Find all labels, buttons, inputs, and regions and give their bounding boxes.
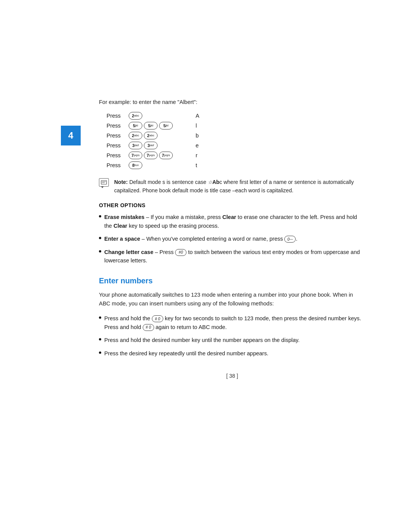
svg-rect-0 (101, 181, 107, 184)
bullet-num-2-text: Press and hold the desired number key un… (104, 336, 299, 344)
example-intro: For example: to enter the name "Albert": (99, 99, 365, 105)
keys-group-4: 3def 3def (129, 142, 190, 149)
numbers-list: Press and hold the # 0 key for two secon… (99, 314, 365, 358)
page-container: 4 For example: to enter the name "Albert… (0, 0, 411, 532)
bullet-space-text: Enter a space – When you've completed en… (104, 235, 298, 243)
press-row-3: Press 2abc 2abc b (107, 132, 365, 139)
bullet-dot-n1 (99, 316, 101, 319)
section-intro: Your phone automatically switches to 123… (99, 291, 365, 308)
bullet-dot-1 (99, 215, 101, 217)
key-3def-1: 3def (129, 142, 142, 149)
result-2: l (196, 123, 203, 129)
key-zero-inline: 0— (284, 236, 296, 243)
chapter-number: 4 (68, 130, 73, 141)
press-row-4: Press 3def 3def e (107, 142, 365, 149)
press-label-1: Press (107, 113, 126, 119)
key-7pqrs-1: 7pqrs (129, 152, 142, 159)
bullet-dot-2 (99, 237, 101, 239)
press-label-4: Press (107, 142, 126, 149)
key-2abc-2: 2abc (144, 132, 158, 139)
key-5jkl-2: 5jkl (144, 122, 158, 129)
bullet-num-2: Press and hold the desired number key un… (99, 336, 365, 344)
key-7pqrs-3: 7pqrs (159, 152, 173, 159)
key-3def-2: 3def (144, 142, 158, 149)
keys-group-6: 8tuv (129, 161, 190, 169)
bullet-erase: Erase mistakes – If you make a mistake, … (99, 213, 365, 230)
keys-group-2: 5jkl 5jkl 5jkl (129, 122, 190, 129)
bullet-space: Enter a space – When you've completed en… (99, 235, 365, 243)
key-7pqrs-2: 7pqrs (144, 152, 158, 159)
keys-group-1: 2abc (129, 112, 190, 120)
key-8tuv: 8tuv (129, 161, 142, 169)
key-2abc-1: 2abc (129, 132, 142, 139)
note-label: Note: (114, 179, 128, 185)
key-5jkl-1: 5jkl (129, 122, 142, 129)
press-label-2: Press (107, 123, 126, 129)
other-options-section: OTHER OPTIONS Erase mistakes – If you ma… (99, 202, 365, 265)
note-box: Note: Default mode s is sentence case ☆A… (99, 178, 365, 195)
press-label-5: Press (107, 152, 126, 158)
bullet-erase-text: Erase mistakes – If you make a mistake, … (104, 213, 365, 230)
keys-group-3: 2abc 2abc (129, 132, 190, 139)
keys-group-5: 7pqrs 7pqrs 7pqrs (129, 152, 190, 159)
bullet-num-3: Press the desired key repeatedly until t… (99, 349, 365, 358)
press-row-6: Press 8tuv t (107, 161, 365, 169)
note-text: Note: Default mode s is sentence case ☆A… (114, 178, 365, 195)
key-hash-0-2: # 0 (143, 324, 154, 331)
page-number: [ 38 ] (99, 373, 365, 379)
bullet-num-1: Press and hold the # 0 key for two secon… (99, 314, 365, 331)
bullet-num-3-text: Press the desired key repeatedly until t… (104, 349, 268, 358)
bullet-num-1-text: Press and hold the # 0 key for two secon… (104, 314, 365, 331)
key-5jkl-3: 5jkl (159, 122, 173, 129)
bullet-case-text: Change letter case – Press #0 to switch … (104, 248, 365, 265)
press-label-6: Press (107, 162, 126, 168)
press-table: Press 2abc A Press 5jkl 5jkl 5jkl l Pres… (107, 112, 365, 169)
bullet-dot-3 (99, 250, 101, 252)
key-hash-inline: #0 (175, 249, 186, 256)
key-2abc: 2abc (129, 112, 142, 120)
section-heading: Enter numbers (99, 276, 365, 285)
press-row-5: Press 7pqrs 7pqrs 7pqrs r (107, 152, 365, 159)
result-6: t (196, 162, 203, 168)
result-4: e (196, 142, 203, 149)
result-3: b (196, 133, 203, 139)
bullet-dot-n2 (99, 338, 101, 340)
note-icon (99, 178, 110, 189)
other-options-heading: OTHER OPTIONS (99, 202, 365, 208)
chapter-marker: 4 (61, 126, 81, 145)
press-label-3: Press (107, 133, 126, 139)
bullet-case: Change letter case – Press #0 to switch … (99, 248, 365, 265)
key-hash-0-1: # 0 (152, 315, 163, 322)
press-row-1: Press 2abc A (107, 112, 365, 120)
content-area: For example: to enter the name "Albert":… (99, 99, 365, 379)
bullet-dot-n3 (99, 351, 101, 354)
other-options-list: Erase mistakes – If you make a mistake, … (99, 213, 365, 265)
result-5: r (196, 152, 203, 158)
press-row-2: Press 5jkl 5jkl 5jkl l (107, 122, 365, 129)
note-icon-inner (99, 178, 109, 187)
result-1: A (196, 113, 203, 119)
